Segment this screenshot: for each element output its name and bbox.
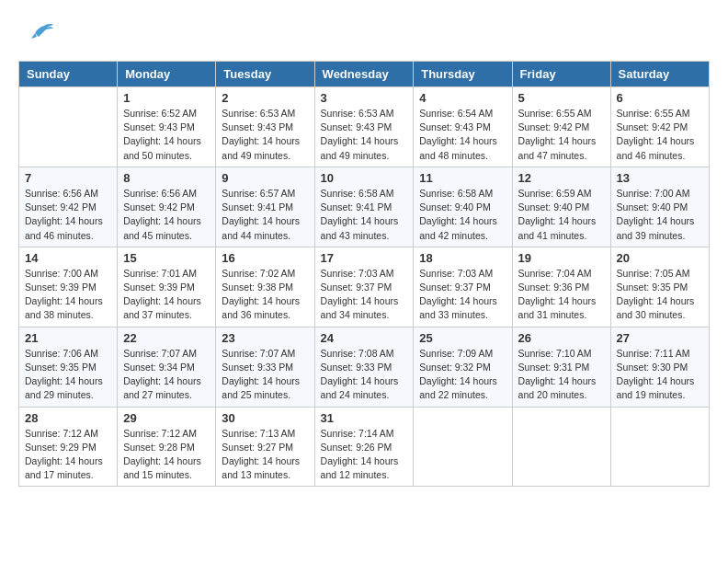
day-number: 16 [222, 251, 308, 265]
calendar-week-row: 7Sunrise: 6:56 AM Sunset: 9:42 PM Daylig… [19, 167, 710, 247]
day-number: 27 [617, 331, 703, 345]
day-number: 26 [518, 331, 605, 345]
day-info: Sunrise: 7:14 AM Sunset: 9:26 PM Dayligh… [321, 427, 408, 483]
calendar-cell: 29Sunrise: 7:12 AM Sunset: 9:28 PM Dayli… [118, 407, 216, 487]
day-info: Sunrise: 7:04 AM Sunset: 9:36 PM Dayligh… [518, 267, 605, 323]
day-info: Sunrise: 6:58 AM Sunset: 9:40 PM Dayligh… [419, 187, 506, 243]
calendar-cell: 17Sunrise: 7:03 AM Sunset: 9:37 PM Dayli… [314, 247, 414, 327]
day-info: Sunrise: 6:53 AM Sunset: 9:43 PM Dayligh… [222, 107, 308, 163]
day-info: Sunrise: 7:00 AM Sunset: 9:39 PM Dayligh… [25, 267, 111, 323]
calendar-week-row: 14Sunrise: 7:00 AM Sunset: 9:39 PM Dayli… [19, 247, 710, 327]
calendar-cell [414, 407, 512, 487]
calendar-cell: 21Sunrise: 7:06 AM Sunset: 9:35 PM Dayli… [19, 327, 118, 407]
day-number: 2 [222, 91, 308, 105]
calendar-week-row: 1Sunrise: 6:52 AM Sunset: 9:43 PM Daylig… [19, 87, 710, 167]
calendar-cell: 6Sunrise: 6:55 AM Sunset: 9:42 PM Daylig… [610, 87, 709, 167]
day-number: 28 [25, 411, 111, 425]
day-info: Sunrise: 6:55 AM Sunset: 9:42 PM Dayligh… [617, 107, 703, 163]
weekday-header-wednesday: Wednesday [314, 62, 414, 87]
calendar-cell: 25Sunrise: 7:09 AM Sunset: 9:32 PM Dayli… [414, 327, 512, 407]
calendar-cell: 22Sunrise: 7:07 AM Sunset: 9:34 PM Dayli… [118, 327, 216, 407]
weekday-header-sunday: Sunday [19, 62, 118, 87]
day-number: 15 [123, 251, 210, 265]
day-number: 18 [419, 251, 506, 265]
calendar-cell: 23Sunrise: 7:07 AM Sunset: 9:33 PM Dayli… [216, 327, 314, 407]
day-info: Sunrise: 7:03 AM Sunset: 9:37 PM Dayligh… [419, 267, 506, 323]
calendar-cell: 8Sunrise: 6:56 AM Sunset: 9:42 PM Daylig… [118, 167, 216, 247]
day-number: 24 [321, 331, 408, 345]
calendar-cell: 5Sunrise: 6:55 AM Sunset: 9:42 PM Daylig… [512, 87, 610, 167]
calendar-cell: 20Sunrise: 7:05 AM Sunset: 9:35 PM Dayli… [610, 247, 709, 327]
day-number: 25 [419, 331, 506, 345]
calendar-cell: 26Sunrise: 7:10 AM Sunset: 9:31 PM Dayli… [512, 327, 610, 407]
calendar-cell: 4Sunrise: 6:54 AM Sunset: 9:43 PM Daylig… [414, 87, 512, 167]
day-info: Sunrise: 6:55 AM Sunset: 9:42 PM Dayligh… [518, 107, 605, 163]
day-number: 29 [123, 411, 210, 425]
weekday-header-tuesday: Tuesday [216, 62, 314, 87]
day-number: 4 [419, 91, 506, 105]
calendar-cell: 7Sunrise: 6:56 AM Sunset: 9:42 PM Daylig… [19, 167, 118, 247]
calendar-week-row: 28Sunrise: 7:12 AM Sunset: 9:29 PM Dayli… [19, 407, 710, 487]
weekday-header-thursday: Thursday [414, 62, 512, 87]
calendar-cell: 10Sunrise: 6:58 AM Sunset: 9:41 PM Dayli… [314, 167, 414, 247]
day-info: Sunrise: 6:52 AM Sunset: 9:43 PM Dayligh… [123, 107, 210, 163]
day-info: Sunrise: 7:13 AM Sunset: 9:27 PM Dayligh… [222, 427, 308, 483]
calendar-cell: 24Sunrise: 7:08 AM Sunset: 9:33 PM Dayli… [314, 327, 414, 407]
calendar-cell: 3Sunrise: 6:53 AM Sunset: 9:43 PM Daylig… [314, 87, 414, 167]
day-number: 6 [617, 91, 703, 105]
day-number: 3 [321, 91, 408, 105]
day-number: 23 [222, 331, 308, 345]
calendar-cell: 27Sunrise: 7:11 AM Sunset: 9:30 PM Dayli… [610, 327, 709, 407]
day-info: Sunrise: 6:53 AM Sunset: 9:43 PM Dayligh… [321, 107, 408, 163]
day-number: 12 [518, 171, 605, 185]
day-number: 8 [123, 171, 210, 185]
logo [18, 18, 59, 55]
calendar-cell: 1Sunrise: 6:52 AM Sunset: 9:43 PM Daylig… [118, 87, 216, 167]
day-info: Sunrise: 7:03 AM Sunset: 9:37 PM Dayligh… [321, 267, 408, 323]
day-number: 21 [25, 331, 111, 345]
day-number: 1 [123, 91, 210, 105]
day-info: Sunrise: 7:11 AM Sunset: 9:30 PM Dayligh… [617, 347, 703, 403]
calendar-cell: 28Sunrise: 7:12 AM Sunset: 9:29 PM Dayli… [19, 407, 118, 487]
day-number: 9 [222, 171, 308, 185]
day-info: Sunrise: 6:58 AM Sunset: 9:41 PM Dayligh… [321, 187, 408, 243]
day-number: 30 [222, 411, 308, 425]
calendar-cell: 15Sunrise: 7:01 AM Sunset: 9:39 PM Dayli… [118, 247, 216, 327]
calendar-cell [610, 407, 709, 487]
day-info: Sunrise: 7:07 AM Sunset: 9:34 PM Dayligh… [123, 347, 210, 403]
day-info: Sunrise: 7:09 AM Sunset: 9:32 PM Dayligh… [419, 347, 506, 403]
day-info: Sunrise: 7:12 AM Sunset: 9:29 PM Dayligh… [25, 427, 111, 483]
day-info: Sunrise: 7:06 AM Sunset: 9:35 PM Dayligh… [25, 347, 111, 403]
calendar-cell: 12Sunrise: 6:59 AM Sunset: 9:40 PM Dayli… [512, 167, 610, 247]
weekday-header-friday: Friday [512, 62, 610, 87]
day-number: 13 [617, 171, 703, 185]
weekday-header-row: SundayMondayTuesdayWednesdayThursdayFrid… [19, 62, 710, 87]
day-info: Sunrise: 6:57 AM Sunset: 9:41 PM Dayligh… [222, 187, 308, 243]
calendar-cell: 18Sunrise: 7:03 AM Sunset: 9:37 PM Dayli… [414, 247, 512, 327]
day-info: Sunrise: 6:56 AM Sunset: 9:42 PM Dayligh… [25, 187, 111, 243]
day-number: 17 [321, 251, 408, 265]
day-info: Sunrise: 7:12 AM Sunset: 9:28 PM Dayligh… [123, 427, 210, 483]
day-number: 20 [617, 251, 703, 265]
weekday-header-saturday: Saturday [610, 62, 709, 87]
day-number: 11 [419, 171, 506, 185]
day-info: Sunrise: 7:02 AM Sunset: 9:38 PM Dayligh… [222, 267, 308, 323]
day-number: 7 [25, 171, 111, 185]
day-number: 22 [123, 331, 210, 345]
calendar-cell: 31Sunrise: 7:14 AM Sunset: 9:26 PM Dayli… [314, 407, 414, 487]
calendar-cell: 13Sunrise: 7:00 AM Sunset: 9:40 PM Dayli… [610, 167, 709, 247]
weekday-header-monday: Monday [118, 62, 216, 87]
day-number: 5 [518, 91, 605, 105]
calendar-cell: 19Sunrise: 7:04 AM Sunset: 9:36 PM Dayli… [512, 247, 610, 327]
calendar-cell: 30Sunrise: 7:13 AM Sunset: 9:27 PM Dayli… [216, 407, 314, 487]
day-number: 10 [321, 171, 408, 185]
day-number: 14 [25, 251, 111, 265]
calendar-table: SundayMondayTuesdayWednesdayThursdayFrid… [18, 61, 710, 487]
day-info: Sunrise: 7:00 AM Sunset: 9:40 PM Dayligh… [617, 187, 703, 243]
day-info: Sunrise: 7:01 AM Sunset: 9:39 PM Dayligh… [123, 267, 210, 323]
day-info: Sunrise: 6:56 AM Sunset: 9:42 PM Dayligh… [123, 187, 210, 243]
day-info: Sunrise: 6:54 AM Sunset: 9:43 PM Dayligh… [419, 107, 506, 163]
day-number: 31 [321, 411, 408, 425]
page-header [18, 18, 710, 55]
day-info: Sunrise: 7:05 AM Sunset: 9:35 PM Dayligh… [617, 267, 703, 323]
